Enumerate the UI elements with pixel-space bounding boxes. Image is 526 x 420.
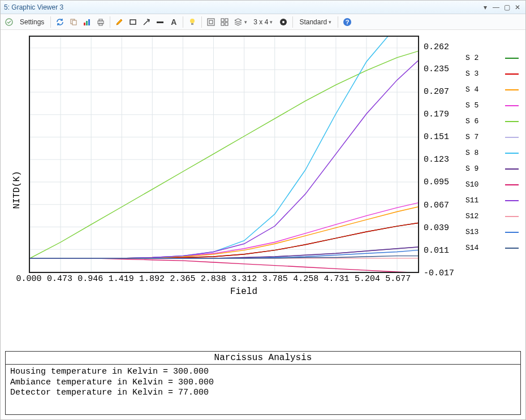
fit-icon[interactable] — [205, 16, 217, 28]
legend-label: S 7 — [465, 133, 478, 141]
ok-icon[interactable] — [3, 16, 15, 28]
y-ticks: 0.2620.2350.2070.1790.1510.1230.0950.067… — [419, 36, 459, 273]
svg-rect-13 — [191, 23, 193, 25]
svg-rect-7 — [99, 19, 102, 21]
info-line: Housing temperature in Kelvin = 300.000 — [10, 367, 516, 378]
target-icon[interactable] — [277, 16, 290, 28]
text-icon[interactable]: A — [167, 16, 180, 28]
legend-swatch — [505, 248, 519, 249]
svg-rect-9 — [130, 20, 136, 24]
line-weight-icon[interactable] — [154, 16, 166, 28]
titlebar: 5: Graphic Viewer 3 ▾ — ▢ ✕ — [1, 1, 525, 14]
svg-rect-17 — [225, 19, 228, 21]
legend-swatch — [505, 200, 519, 201]
svg-rect-19 — [225, 23, 228, 25]
legend-label: S10 — [465, 180, 478, 189]
bulb-icon[interactable] — [186, 16, 199, 28]
layers-dropdown[interactable] — [232, 16, 249, 28]
toolbar: Settings A 3 x 4 Standard ? — [1, 14, 525, 30]
chart-icon[interactable] — [81, 16, 93, 28]
svg-line-10 — [144, 20, 149, 25]
legend-item[interactable]: S 4 — [465, 85, 519, 94]
graphic-viewer-window: 5: Graphic Viewer 3 ▾ — ▢ ✕ Settings A 3… — [0, 0, 526, 420]
y-tick: 0.011 — [424, 245, 449, 255]
y-tick: 0.067 — [424, 200, 449, 210]
svg-rect-16 — [221, 19, 224, 21]
legend-item[interactable]: S 6 — [465, 117, 519, 125]
legend-item[interactable]: S 2 — [465, 54, 519, 62]
y-tick: 0.235 — [424, 64, 449, 73]
y-tick: 0.151 — [424, 132, 449, 142]
legend-label: S11 — [465, 196, 478, 205]
legend-item[interactable]: S13 — [465, 228, 519, 236]
x-tick: 4.258 — [293, 274, 318, 284]
rectangle-icon[interactable] — [127, 16, 139, 28]
legend-swatch — [505, 137, 519, 138]
legend-item[interactable]: S 3 — [465, 70, 519, 78]
legend-swatch — [505, 232, 519, 233]
legend-swatch — [505, 184, 519, 185]
x-tick: 0.946 — [77, 274, 103, 284]
info-panel: Narcissus Analysis Housing temperature i… — [5, 351, 521, 415]
legend-label: S13 — [465, 228, 478, 236]
legend-swatch — [505, 216, 519, 217]
legend-item[interactable]: S 7 — [465, 133, 519, 141]
x-tick: 1.419 — [109, 274, 134, 284]
legend-item[interactable]: S 9 — [465, 164, 519, 173]
legend-swatch — [505, 89, 519, 90]
y-tick: 0.207 — [424, 86, 449, 96]
svg-rect-4 — [86, 21, 88, 25]
settings-button[interactable]: Settings — [16, 16, 48, 28]
minimize-button[interactable]: — — [491, 3, 501, 11]
svg-rect-14 — [208, 19, 214, 25]
legend-swatch — [505, 168, 519, 170]
legend-item[interactable]: S14 — [465, 244, 519, 252]
legend-swatch — [505, 73, 519, 75]
legend-label: S 2 — [465, 54, 478, 62]
svg-point-21 — [282, 21, 284, 23]
legend-item[interactable]: S11 — [465, 196, 519, 205]
legend-label: S12 — [465, 212, 478, 220]
help-icon[interactable]: ? — [341, 16, 353, 28]
svg-rect-11 — [157, 21, 163, 23]
x-axis-label: Field — [29, 285, 459, 300]
collapse-icon[interactable]: ▾ — [481, 3, 490, 11]
svg-rect-3 — [84, 23, 85, 25]
x-tick: 5.677 — [385, 274, 411, 284]
info-line: Detector temperature in Kelvin = 77.000 — [10, 388, 516, 399]
legend-label: S 8 — [465, 149, 478, 157]
style-dropdown[interactable]: Standard — [296, 16, 335, 28]
copy-icon[interactable] — [67, 16, 80, 28]
refresh-icon[interactable] — [54, 16, 66, 28]
series-S6 — [30, 51, 418, 258]
legend: S 2S 3S 4S 5S 6S 7S 8S 9S10S11S12S13S14 — [459, 36, 521, 344]
legend-swatch — [505, 153, 519, 154]
x-tick: 5.204 — [355, 274, 380, 284]
grid-size-dropdown[interactable]: 3 x 4 — [250, 16, 276, 28]
print-icon[interactable] — [94, 16, 107, 28]
chart-zone: NITD(K) 0.2620.2350.2070.1790.1510.1230.… — [5, 36, 521, 344]
maximize-button[interactable]: ▢ — [502, 3, 511, 11]
svg-text:?: ? — [346, 19, 350, 25]
legend-item[interactable]: S10 — [465, 180, 519, 189]
legend-item[interactable]: S 8 — [465, 149, 519, 157]
arrow-icon[interactable] — [140, 16, 153, 28]
legend-swatch — [505, 121, 519, 122]
plot-area[interactable] — [29, 36, 419, 273]
svg-rect-18 — [221, 23, 224, 25]
y-tick: 0.039 — [424, 223, 449, 232]
close-button[interactable]: ✕ — [513, 3, 522, 11]
info-title: Narcissus Analysis — [6, 352, 520, 365]
legend-item[interactable]: S 5 — [465, 101, 519, 110]
content-area: NITD(K) 0.2620.2350.2070.1790.1510.1230.… — [1, 30, 525, 419]
legend-label: S 5 — [465, 101, 478, 110]
legend-label: S 4 — [465, 85, 478, 94]
svg-point-12 — [190, 19, 195, 23]
legend-item[interactable]: S12 — [465, 212, 519, 220]
grid-icon[interactable] — [218, 16, 231, 28]
y-tick: 0.179 — [424, 110, 449, 119]
x-tick: 3.785 — [262, 274, 288, 284]
y-tick: 0.123 — [424, 155, 449, 164]
x-tick: 3.312 — [231, 274, 257, 284]
pencil-icon[interactable] — [113, 16, 126, 28]
